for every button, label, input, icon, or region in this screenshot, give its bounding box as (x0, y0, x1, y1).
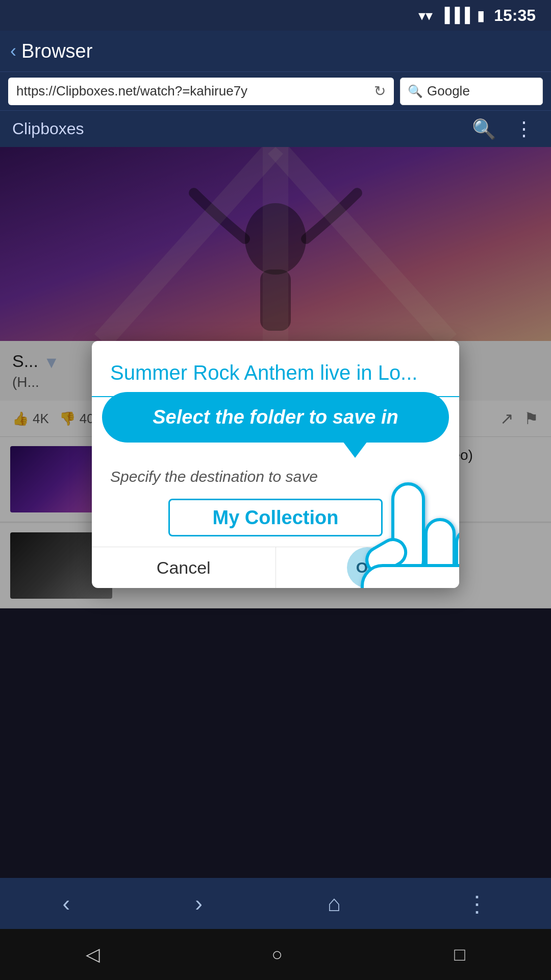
status-time: 15:35 (494, 6, 536, 25)
ok-button-area: OK (276, 547, 460, 588)
system-home-button[interactable]: ○ (271, 944, 283, 965)
nav-forward-button[interactable]: › (180, 886, 218, 921)
cancel-button[interactable]: Cancel (92, 547, 276, 588)
clipboxes-toolbar: Clipboxes 🔍 ⋮ (0, 110, 551, 147)
nav-back-button[interactable]: ‹ (47, 886, 86, 921)
google-search-label: Google (427, 83, 470, 99)
status-icons: ▾▾ ▐▐▐ ▮ (418, 7, 485, 24)
dialog-overlay: Summer Rock Anthem live in Lo... Select … (0, 147, 551, 878)
system-nav: ◁ ○ □ (0, 929, 551, 980)
browser-title: Browser (21, 40, 92, 62)
url-text: https://Clipboxes.net/watch?=kahirue7y (16, 83, 369, 99)
status-bar: ▾▾ ▐▐▐ ▮ 15:35 (0, 0, 551, 31)
nav-more-button[interactable]: ⋮ (450, 886, 504, 922)
browser-header: ‹ Browser (0, 31, 551, 71)
reload-icon[interactable]: ↻ (374, 83, 386, 100)
dialog-actions: Cancel OK (92, 547, 459, 588)
svg-rect-7 (426, 520, 454, 588)
dialog-subtitle: Specify the destination to save (92, 443, 459, 494)
callout-bubble: Select the folder to save in (102, 392, 449, 443)
google-search-bar[interactable]: 🔍 Google (400, 78, 543, 105)
wifi-icon: ▾▾ (418, 7, 433, 24)
signal-icon: ▐▐▐ (440, 7, 470, 23)
ok-button[interactable]: OK (347, 547, 388, 588)
callout-text: Select the folder to save in (153, 406, 398, 428)
svg-rect-8 (457, 530, 459, 588)
system-recent-button[interactable]: □ (454, 944, 465, 965)
browser-back-arrow[interactable]: ‹ (10, 40, 16, 62)
main-content: S... ▼ (H... 👍 4K 👎 408 ↗ ⚑ Summer Rock … (0, 147, 551, 878)
nav-home-button[interactable]: ⌂ (312, 886, 357, 921)
clipboxes-label: Clipboxes (12, 119, 459, 138)
battery-icon: ▮ (477, 7, 485, 24)
my-collection-button[interactable]: My Collection (168, 499, 383, 536)
url-bar-row: https://Clipboxes.net/watch?=kahirue7y ↻… (0, 71, 551, 110)
google-search-icon: 🔍 (408, 84, 423, 99)
system-back-button[interactable]: ◁ (86, 944, 100, 965)
save-dialog: Summer Rock Anthem live in Lo... Select … (92, 341, 459, 588)
toolbar-more-icon[interactable]: ⋮ (509, 118, 539, 140)
bottom-nav: ‹ › ⌂ ⋮ (0, 878, 551, 929)
url-input-container[interactable]: https://Clipboxes.net/watch?=kahirue7y ↻ (8, 78, 394, 105)
dialog-title: Summer Rock Anthem live in Lo... (110, 361, 417, 384)
svg-rect-6 (393, 484, 423, 576)
dialog-title-area: Summer Rock Anthem live in Lo... (92, 341, 459, 397)
toolbar-search-icon[interactable]: 🔍 (467, 118, 501, 140)
